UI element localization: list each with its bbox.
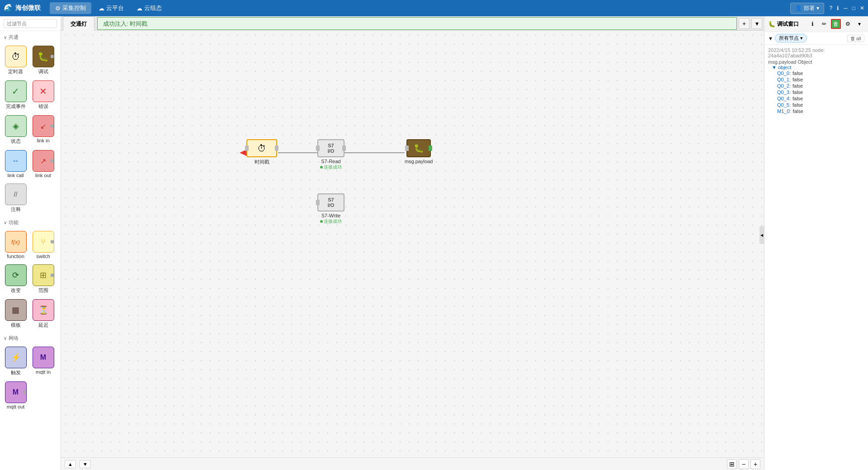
node-link-call[interactable]: ↔ link call [3, 148, 28, 180]
tab-actions: + ▾ [739, 18, 762, 29]
debug-field-row: Q0_3:false [777, 89, 864, 95]
right-panel-header: 🐛 调试窗口 ℹ ✏ 🗑 ⚙ ▾ [764, 16, 868, 32]
cloud-state-icon: ☁ [137, 5, 142, 12]
panel-settings-button[interactable]: ⚙ [843, 19, 853, 29]
bottom-bar: ▲ ▼ ⊞ − + [61, 457, 764, 470]
panel-clear-button[interactable]: 🗑 [831, 19, 841, 29]
debug-output: 2022/4/15 10:52:25 node: 24a4a107abad90b… [764, 45, 868, 470]
nav-tab-cloud-state[interactable]: ☁ 云组态 [131, 2, 167, 14]
search-input[interactable] [4, 19, 57, 28]
debug-field-row: Q0_1:false [777, 76, 864, 83]
chevron-down-icon: ▾ [816, 5, 819, 11]
main-layout: 共通 ⏱ 定时器 🐛 调试 ✓ 完成事件 [0, 16, 868, 470]
debug-field-key: Q0_5: [777, 102, 791, 108]
success-banner: 成功注入: 时间戳 [97, 17, 737, 30]
node-switch[interactable]: ⑂ switch [30, 229, 56, 261]
node-s7read[interactable]: S7I/O S7-Read 连接成功 [317, 139, 344, 170]
network-nodes: ⚡ 触发 M mqtt in M mqtt out [0, 343, 61, 413]
debug-field-value: false [793, 96, 803, 101]
deploy-button[interactable]: 👤 部署 ▾ [790, 3, 824, 14]
section-network[interactable]: 网络 [0, 332, 61, 343]
node-timer[interactable]: ⏱ 定时器 [3, 44, 28, 77]
node-function[interactable]: f(x) function [3, 229, 28, 261]
node-mqtt-in[interactable]: M mqtt in [30, 345, 56, 378]
user-icon: 👤 [795, 5, 802, 11]
section-function[interactable]: 功能 [0, 216, 61, 227]
sidebar: 共通 ⏱ 定时器 🐛 调试 ✓ 完成事件 [0, 16, 61, 470]
panel-info-button[interactable]: ℹ [807, 19, 817, 29]
node-mqtt-out[interactable]: M mqtt out [3, 380, 28, 411]
debug-field-key: M1_0: [777, 108, 791, 114]
s7read-status: 连接成功 [320, 164, 342, 170]
close-button[interactable]: ✕ [860, 5, 864, 11]
node-template[interactable]: ▦ 模板 [3, 297, 28, 330]
zoom-controls: ⊞ − + [727, 459, 760, 469]
cloud-platform-icon: ☁ [99, 5, 104, 12]
collect-icon: ⚙ [55, 5, 61, 12]
debug-field-value: false [793, 83, 803, 89]
node-link-out[interactable]: ↗ link out [30, 148, 56, 180]
minimize-button[interactable]: ─ [844, 5, 848, 11]
node-comment[interactable]: // 注释 [3, 182, 28, 215]
node-error[interactable]: ✕ 错误 [30, 79, 56, 112]
debug-timestamp: 2022/4/15 10:52:25 node: 24a4a107abad90b… [768, 47, 864, 58]
panel-more-button[interactable]: ▾ [854, 19, 864, 29]
right-panel-collapse[interactable]: ◀ [760, 226, 764, 244]
debug-field-row: Q0_5:false [777, 102, 864, 108]
filter-icon: ▼ [768, 36, 773, 41]
debug-field-row: M1_0:false [777, 108, 864, 114]
info-icon[interactable]: ℹ [837, 5, 839, 11]
node-complete[interactable]: ✓ 完成事件 [3, 79, 28, 112]
zoom-plus-button[interactable]: + [750, 459, 760, 469]
filter-tag[interactable]: 所有节点 ▾ [775, 34, 807, 42]
node-range[interactable]: ⊞ 范围 [30, 263, 56, 296]
function-nodes: f(x) function ⑂ switch ⟳ 改变 ⊞ [0, 227, 61, 332]
debug-object-collapse[interactable]: ▼ object [772, 65, 864, 70]
debug-field-value: false [793, 70, 803, 76]
panel-edit-button[interactable]: ✏ [819, 19, 829, 29]
nav-tab-cloud-platform[interactable]: ☁ 云平台 [93, 2, 129, 14]
node-link-in[interactable]: ↙ link in [30, 113, 56, 146]
node-s7write[interactable]: S7I/O S7-Write 连接成功 [317, 193, 344, 225]
app-logo: 🌊 海创微联 [4, 3, 41, 13]
debug-field-row: Q0_2:false [777, 83, 864, 89]
zoom-minus-button[interactable]: − [739, 459, 749, 469]
node-debug[interactable]: 🐛 调试 [30, 44, 56, 77]
debug-field-value: false [793, 89, 803, 95]
s7write-status: 连接成功 [320, 218, 342, 225]
zoom-fit-button[interactable]: ⊞ [727, 459, 737, 469]
nav-tab-collect[interactable]: ⚙ 采集控制 [50, 2, 91, 14]
node-delay[interactable]: ⏳ 延迟 [30, 297, 56, 330]
debug-tree: ▼ object Q0_0:falseQ0_1:falseQ0_2:falseQ… [772, 65, 864, 114]
debug-field-key: Q0_1: [777, 77, 791, 82]
right-panel-filter: ▼ 所有节点 ▾ 🗑 all [764, 32, 868, 45]
trash-icon: 🗑 [850, 36, 855, 41]
help-icon[interactable]: ? [830, 5, 833, 11]
debug-field-row: Q0_0:false [777, 70, 864, 76]
node-change[interactable]: ⟳ 改变 [3, 263, 28, 296]
flow-canvas[interactable]: ⏱ 时间戳 S7I/O S7-Read 连接成功 [61, 31, 764, 457]
maximize-button[interactable]: □ [852, 5, 855, 11]
debug-field-value: false [793, 102, 803, 108]
tab-bar: 交通灯 成功注入: 时间戳 + ▾ [61, 16, 764, 31]
node-trigger[interactable]: ⚡ 触发 [3, 345, 28, 378]
more-tabs-button[interactable]: ▾ [751, 18, 762, 29]
right-panel: 🐛 调试窗口 ℹ ✏ 🗑 ⚙ ▾ ▼ 所有节点 ▾ 🗑 all 2022/4/1… [764, 16, 868, 470]
debug-fields: Q0_0:falseQ0_1:falseQ0_2:falseQ0_3:false… [777, 70, 864, 114]
title-bar: 🌊 海创微联 ⚙ 采集控制 ☁ 云平台 ☁ 云组态 👤 部署 ▾ ? ℹ ─ □… [0, 0, 868, 16]
debug-icon: 🐛 [768, 21, 775, 28]
section-common[interactable]: 共通 [0, 31, 61, 42]
clear-all-button[interactable]: 🗑 all [847, 35, 864, 42]
node-timestamp[interactable]: ⏱ 时间戳 [246, 139, 277, 165]
node-msgpayload[interactable]: 🐛 msg.payload [405, 139, 433, 164]
debug-field-key: Q0_0: [777, 70, 791, 76]
scroll-down-button[interactable]: ▼ [80, 460, 91, 468]
debug-field-key: Q0_3: [777, 89, 791, 95]
node-status[interactable]: ◈ 状态 [3, 113, 28, 146]
flow-tab-traffic-light[interactable]: 交通灯 [63, 16, 94, 31]
common-nodes: ⏱ 定时器 🐛 调试 ✓ 完成事件 ✕ 错 [0, 42, 61, 216]
filter-dropdown-icon: ▾ [800, 35, 803, 41]
debug-field-value: false [793, 108, 803, 114]
add-flow-button[interactable]: + [739, 18, 750, 29]
scroll-up-button[interactable]: ▲ [65, 460, 76, 468]
